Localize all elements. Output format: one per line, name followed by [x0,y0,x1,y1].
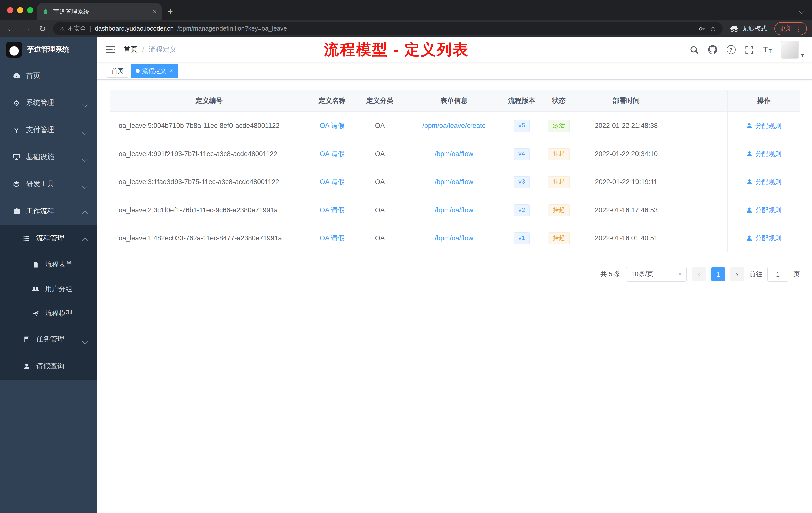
prev-page-button[interactable]: ‹ [692,267,706,281]
annotation-overlay: 流程模型 - 定义列表 [324,40,469,60]
help-icon[interactable]: ? [726,45,735,54]
form-link[interactable]: /bpm/oa/flow [435,234,473,242]
col-form-info: 表单信息 [404,90,504,112]
flag-icon [22,336,31,343]
table-row: oa_leave:3:1fad3d93-7b75-11ec-a3c8-acde4… [110,168,800,196]
sidebar: 芋道管理系统 首页 ⚙ 系统管理 ¥ 支付管理 [0,37,97,513]
security-warning-icon: ⚠ [59,25,65,32]
doc-icon [31,261,40,268]
sidebar-item-devtools[interactable]: 研发工具 [0,171,97,198]
definition-name-link[interactable]: OA 请假 [320,177,345,186]
col-deploy-time: 部署时间 [579,90,674,112]
tag-home[interactable]: 首页 [107,64,128,78]
cell-category: OA [356,112,404,140]
browser-tab[interactable]: 芋道管理系统 × [37,3,162,20]
workflow-submenu: 流程管理 流程表单 [0,225,97,380]
assign-rule-link[interactable]: 分配规则 [746,206,781,215]
tab-title: 芋道管理系统 [53,7,149,16]
font-size-icon[interactable]: TT [763,46,772,54]
cell-category: OA [356,140,404,168]
form-link[interactable]: /bpm/oa/flow [435,150,473,158]
fullscreen-icon[interactable] [745,46,754,54]
definition-name-link[interactable]: OA 请假 [320,149,345,158]
cell-category: OA [356,168,404,196]
assign-rule-link[interactable]: 分配规则 [746,177,781,186]
breadcrumb-home[interactable]: 首页 [123,45,138,54]
app-logo-row: 芋道管理系统 [0,37,97,62]
tab-favicon-icon [42,8,49,15]
cell-category: OA [356,224,404,252]
col-category: 定义分类 [356,90,404,112]
sidebar-item-infrastructure[interactable]: 基础设施 [0,144,97,171]
sidebar-item-user-group[interactable]: 用户分组 [0,277,97,301]
sidebar-item-system[interactable]: ⚙ 系统管理 [0,89,97,117]
cell-deploy-time: 2022-01-16 01:40:51 [579,224,674,252]
minimize-window-button[interactable] [17,7,23,13]
incognito-badge: 无痕模式 [727,24,769,33]
col-actions: 操作 [727,90,800,112]
assign-rule-link[interactable]: 分配规则 [746,234,781,243]
sidebar-item-process-model[interactable]: 流程模型 [0,301,97,326]
form-link[interactable]: /bpm/oa/leave/create [422,122,486,129]
sidebar-item-task-mgmt[interactable]: 任务管理 [0,326,97,353]
gear-icon: ⚙ [12,99,21,107]
tab-search-icon[interactable] [800,6,804,15]
definition-name-link[interactable]: OA 请假 [320,121,345,130]
next-page-button[interactable]: › [730,267,744,281]
status-badge: 挂起 [548,232,570,244]
more-menu-icon[interactable]: ⋮ [795,25,802,32]
assign-rule-link[interactable]: 分配规则 [746,149,781,158]
url-host: dashboard.yudao.iocoder.cn [95,25,174,32]
browser-toolbar: ← → ↻ ⚠ 不安全 | dashboard.yudao.iocoder.cn… [0,20,812,37]
chevron-down-icon [83,182,87,190]
table-row: oa_leave:5:004b710b-7b8a-11ec-8ef0-acde4… [110,112,800,140]
user-icon [746,235,753,241]
github-icon[interactable] [708,45,717,54]
status-badge: 激活 [548,120,570,132]
form-link[interactable]: /bpm/oa/flow [435,178,473,186]
cell-category: OA [356,196,404,224]
user-menu[interactable]: ▾ [781,41,804,59]
key-icon[interactable] [698,25,706,32]
incognito-icon [729,25,738,32]
col-definition-id: 定义编号 [110,90,308,112]
form-link[interactable]: /bpm/oa/flow [435,206,473,214]
sidebar-item-home[interactable]: 首页 [0,62,97,89]
tab-close-icon[interactable]: × [153,7,157,16]
bookmark-star-icon[interactable]: ☆ [709,24,716,33]
sidebar-item-process-mgmt[interactable]: 流程管理 [0,225,97,252]
address-divider: | [90,25,91,32]
tool-icon [12,180,21,188]
goto-page-input[interactable]: 1 [767,267,788,281]
definition-name-link[interactable]: OA 请假 [320,234,345,243]
tag-close-icon[interactable]: × [170,67,173,74]
new-tab-button[interactable]: + [168,6,173,17]
address-bar[interactable]: ⚠ 不安全 | dashboard.yudao.iocoder.cn /bpm/… [53,22,722,35]
page-number-button[interactable]: 1 [711,267,725,281]
definition-name-link[interactable]: OA 请假 [320,206,345,215]
sidebar-item-leave-query[interactable]: 请假查询 [0,353,97,380]
caret-down-icon: ▾ [801,52,804,59]
forward-button[interactable]: → [21,24,32,33]
avatar[interactable] [781,41,799,59]
hamburger-icon[interactable] [106,46,116,54]
zoom-window-button[interactable] [27,7,33,13]
traffic-lights [7,7,33,13]
search-icon[interactable] [690,46,698,54]
cell-definition-id: oa_leave:5:004b710b-7b8a-11ec-8ef0-acde4… [110,112,308,140]
close-window-button[interactable] [7,7,13,13]
cell-deploy-time: 2022-01-22 20:34:10 [579,140,674,168]
sidebar-item-process-form[interactable]: 流程表单 [0,252,97,277]
tab-strip: 芋道管理系统 × + [0,0,812,20]
back-button[interactable]: ← [5,24,16,33]
user-icon [746,179,753,185]
update-button[interactable]: 更新 ⋮ [774,22,807,35]
page-size-select[interactable]: 10条/页 ▾ [626,267,687,281]
reload-button[interactable]: ↻ [37,24,48,33]
assign-rule-link[interactable]: 分配规则 [746,121,781,130]
user-icon [746,207,753,213]
sidebar-item-workflow[interactable]: 工作流程 [0,198,97,225]
tag-process-definition[interactable]: 流程定义 × [131,64,178,78]
sidebar-item-payment[interactable]: ¥ 支付管理 [0,117,97,144]
table-row: oa_leave:1:482ec033-762a-11ec-8477-a2380… [110,224,800,252]
